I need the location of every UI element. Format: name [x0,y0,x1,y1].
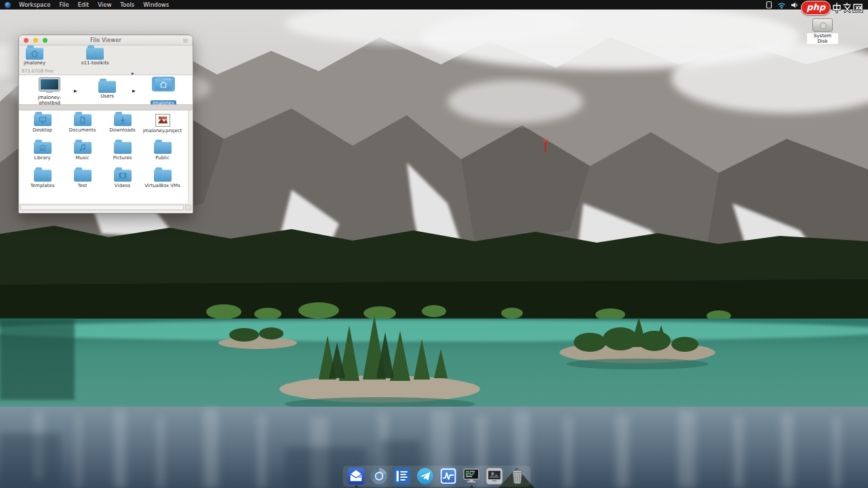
path-bar: jmaloney-ghostbsd ▶ Users ▶ jmaloney [19,76,193,104]
dock-screen-capture-icon[interactable] [486,467,504,485]
shelf-item-label: jmaloney [19,60,50,66]
path-separator-icon: ▶ [132,88,136,93]
file-label: Documents [62,127,102,133]
folder-icon [114,142,132,154]
file-label: Pictures [102,155,142,161]
php-watermark: php [801,0,867,16]
home-folder-icon [26,47,43,60]
documents-folder-icon [74,114,92,126]
file-viewer-window[interactable]: File Viewer jmaloney x11-toolkits 873.07… [18,35,193,214]
menu-bar: Workspace File Edit View Tools Windows 1… [0,0,868,9]
file-item-jmaloney-project[interactable]: jmaloney.project [142,114,182,142]
desktop-folder-icon [34,114,52,126]
horizontal-scrollbar[interactable] [19,203,193,212]
volume-icon[interactable] [791,1,799,9]
folder-icon [154,169,172,182]
path-separator-icon: ▶ [74,88,77,93]
folder-icon [86,47,104,60]
file-label: Test [62,183,102,188]
file-item-library[interactable]: Library [22,142,62,169]
music-folder-icon [74,142,92,154]
shelf-item-x11-toolkits[interactable]: x11-toolkits [73,47,117,66]
hard-disk-icon [812,18,833,32]
shelf: jmaloney x11-toolkits 873.07GB free ▶ [19,45,193,75]
file-item-documents[interactable]: Documents [62,114,102,142]
file-item-public[interactable]: Public [142,142,182,169]
menu-edit[interactable]: Edit [78,0,89,9]
dock-browser-icon[interactable] [370,467,389,485]
minimize-button[interactable] [33,38,38,43]
file-label: Music [62,155,102,161]
watermark-text [832,2,867,14]
desktop-icon-label: System Disk [807,33,838,44]
vertical-scrollbar[interactable] [188,110,193,203]
file-list-area[interactable]: Desktop Documents Downloads [19,110,193,203]
file-item-pictures[interactable]: Pictures [102,142,142,169]
file-label: Templates [22,183,62,188]
file-label: VirtualBox VMs [142,183,182,188]
file-item-test[interactable]: Test [62,169,102,197]
file-label: Desktop [22,127,62,133]
file-label: jmaloney.project [142,128,182,134]
library-folder-icon [34,142,52,154]
dock-trash-icon[interactable] [509,467,527,485]
shelf-item-jmaloney[interactable]: jmaloney [19,47,50,66]
dock-text-editor-icon[interactable] [393,467,412,485]
shelf-item-label: x11-toolkits [73,60,117,66]
miniaturize-icon[interactable] [183,39,188,43]
menu-view[interactable]: View [98,0,111,9]
window-titlebar[interactable]: File Viewer [19,35,193,45]
computer-icon [39,78,60,94]
battery-icon[interactable] [766,1,772,9]
downloads-folder-icon [114,114,132,126]
path-item-users[interactable]: Users [88,78,126,99]
zoom-button[interactable] [43,38,47,43]
file-item-videos[interactable]: Videos [102,169,142,197]
videos-folder-icon [114,169,132,182]
menu-windows[interactable]: Windows [143,0,169,9]
dock-mail-icon[interactable] [347,467,366,485]
file-item-desktop[interactable]: Desktop [22,114,62,142]
menu-file[interactable]: File [59,0,68,9]
file-label: Public [142,155,182,161]
file-label: Videos [102,183,142,188]
resize-grip[interactable] [185,205,191,210]
file-label: Library [22,155,62,161]
wifi-icon[interactable] [777,1,786,9]
project-file-icon [155,114,170,127]
dock-terminal-icon[interactable] [462,467,481,485]
folder-icon [98,81,116,93]
file-item-music[interactable]: Music [62,142,102,169]
folder-icon [74,169,92,182]
path-item-computer[interactable]: jmaloney-ghostbsd [28,78,71,106]
close-button[interactable] [24,38,28,43]
php-logo: php [801,1,831,15]
menu-workspace[interactable]: Workspace [19,0,50,9]
dock-activity-monitor-icon[interactable] [439,467,458,485]
home-folder-icon [155,79,172,90]
path-item-jmaloney-selected[interactable]: jmaloney [146,77,181,107]
path-scrollbar[interactable] [19,104,193,110]
shelf-resize-handle[interactable]: ▶ [132,71,134,75]
menu-tools[interactable]: Tools [120,0,134,9]
path-item-label: Users [88,94,126,99]
file-label: Downloads [102,127,142,133]
folder-icon [154,142,172,154]
free-space-label: 873.07GB free [22,68,54,74]
workspace-logo-icon[interactable] [5,2,11,8]
file-item-downloads[interactable]: Downloads [102,114,142,142]
dock [343,466,531,487]
file-item-templates[interactable]: Templates [22,169,62,197]
desktop-icon-system-disk[interactable]: System Disk [807,18,838,45]
dock-telegram-icon[interactable] [416,467,435,485]
folder-icon [34,169,52,182]
file-item-virtualbox-vms[interactable]: VirtualBox VMs [142,169,182,197]
